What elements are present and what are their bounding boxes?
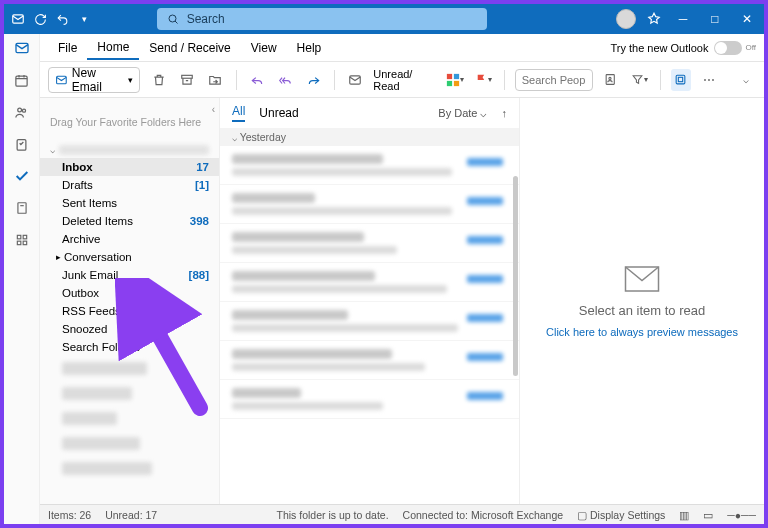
category-icon[interactable]: ▾ (445, 69, 465, 91)
scrollbar[interactable] (513, 176, 518, 376)
reply-icon[interactable] (247, 69, 267, 91)
tab-view[interactable]: View (241, 37, 287, 59)
preview-pane: Select an item to read Click here to alw… (520, 98, 764, 504)
tab-file[interactable]: File (48, 37, 87, 59)
rail-todo-icon[interactable] (12, 166, 32, 186)
close-button[interactable]: ✕ (736, 8, 758, 30)
filter-unread[interactable]: Unread (259, 106, 298, 120)
archive-icon[interactable] (177, 69, 197, 91)
list-item[interactable] (220, 380, 519, 419)
message-list-pane: All Unread By Date ⌵ ↑ ⌵ Yesterday (220, 98, 520, 504)
view-reading-icon[interactable]: ▭ (703, 509, 713, 521)
display-settings-button[interactable]: ▢ Display Settings (577, 509, 665, 521)
rail-tasks-icon[interactable] (12, 134, 32, 154)
sort-direction-icon[interactable]: ↑ (502, 107, 508, 119)
rail-notes-icon[interactable] (12, 198, 32, 218)
ribbon-collapse-icon[interactable]: ⌵ (735, 69, 755, 91)
view-normal-icon[interactable]: ▥ (679, 509, 689, 521)
folder-drafts[interactable]: Drafts[1] (40, 176, 219, 194)
list-item[interactable] (220, 146, 519, 185)
rail-people-icon[interactable] (12, 102, 32, 122)
undo-icon[interactable] (54, 11, 70, 27)
flag-icon[interactable]: ▾ (473, 69, 493, 91)
search-people-input[interactable] (515, 69, 593, 91)
toggle-state: Off (745, 43, 756, 52)
collapse-folder-icon[interactable]: ‹ (212, 104, 215, 115)
filter-all[interactable]: All (232, 104, 245, 122)
folder-search[interactable]: Search Folders (40, 338, 219, 356)
folder-inbox[interactable]: Inbox17 (40, 158, 219, 176)
folder-outbox[interactable]: Outbox (40, 284, 219, 302)
avatar[interactable] (616, 9, 636, 29)
list-item[interactable] (220, 185, 519, 224)
favorites-hint: Drag Your Favorite Folders Here (40, 98, 219, 142)
statusbar: Items: 26 Unread: 17 This folder is up t… (40, 504, 764, 524)
list-item[interactable] (220, 341, 519, 380)
rail-calendar-icon[interactable] (12, 70, 32, 90)
group-header[interactable]: ⌵ Yesterday (220, 128, 519, 146)
folder-snoozed[interactable]: Snoozed (40, 320, 219, 338)
svg-rect-3 (16, 76, 27, 86)
move-icon[interactable] (205, 69, 225, 91)
preview-title: Select an item to read (579, 303, 705, 318)
folder-rss[interactable]: RSS Feeds (40, 302, 219, 320)
folder-conversation[interactable]: ▸Conversation (40, 248, 219, 266)
account-row[interactable]: ⌵ (40, 142, 219, 158)
folder-archive[interactable]: Archive (40, 230, 219, 248)
addins-icon[interactable] (671, 69, 691, 91)
redacted-folder (62, 437, 140, 450)
new-email-button[interactable]: New Email ▾ (48, 67, 140, 93)
minimize-button[interactable]: ─ (672, 8, 694, 30)
svg-rect-9 (23, 235, 27, 239)
redacted-folder (62, 412, 117, 425)
tab-help[interactable]: Help (287, 37, 332, 59)
rail-mail-icon[interactable] (12, 38, 32, 58)
more-icon[interactable]: ⋯ (699, 69, 719, 91)
rail-more-icon[interactable] (12, 230, 32, 250)
search-placeholder: Search (187, 12, 225, 26)
envelope-icon (624, 265, 660, 293)
search-box[interactable]: Search (157, 8, 487, 30)
maximize-button[interactable]: □ (704, 8, 726, 30)
forward-icon[interactable] (304, 69, 324, 91)
address-book-icon[interactable] (601, 69, 621, 91)
svg-point-20 (609, 77, 611, 79)
zoom-slider[interactable]: ─●── (727, 509, 756, 521)
premium-icon[interactable] (646, 11, 662, 27)
always-preview-link[interactable]: Click here to always preview messages (546, 326, 738, 338)
list-item[interactable] (220, 302, 519, 341)
svg-point-5 (22, 109, 25, 112)
left-rail (4, 34, 40, 524)
folder-sent[interactable]: Sent Items (40, 194, 219, 212)
tab-home[interactable]: Home (87, 36, 139, 60)
qa-dropdown-icon[interactable]: ▾ (76, 11, 92, 27)
folder-junk[interactable]: Junk Email[88] (40, 266, 219, 284)
status-uptodate: This folder is up to date. (277, 509, 389, 521)
svg-point-1 (169, 15, 176, 22)
chevron-down-icon: ⌵ (50, 145, 55, 155)
svg-rect-17 (447, 80, 452, 85)
search-icon (165, 11, 181, 27)
filter-icon[interactable]: ▾ (629, 69, 649, 91)
svg-rect-13 (182, 75, 193, 78)
sort-dropdown[interactable]: By Date ⌵ (438, 107, 487, 120)
status-items: Items: 26 (48, 509, 91, 521)
redacted-folder (62, 462, 152, 475)
new-email-label: New Email (72, 66, 125, 94)
menubar: File Home Send / Receive View Help Try t… (40, 34, 764, 62)
folder-pane: ‹ Drag Your Favorite Folders Here ⌵ Inbo… (40, 98, 220, 504)
sync-icon[interactable] (32, 11, 48, 27)
folder-deleted[interactable]: Deleted Items398 (40, 212, 219, 230)
svg-rect-21 (676, 75, 685, 84)
list-item[interactable] (220, 224, 519, 263)
tab-send-receive[interactable]: Send / Receive (139, 37, 240, 59)
mail-icon[interactable] (345, 69, 365, 91)
svg-rect-15 (447, 73, 452, 78)
svg-rect-16 (454, 73, 459, 78)
svg-rect-6 (17, 139, 26, 150)
delete-icon[interactable] (148, 69, 168, 91)
list-item[interactable] (220, 263, 519, 302)
try-new-toggle[interactable] (714, 41, 742, 55)
reply-all-icon[interactable] (275, 69, 295, 91)
unread-read-label[interactable]: Unread/ Read (373, 68, 437, 92)
